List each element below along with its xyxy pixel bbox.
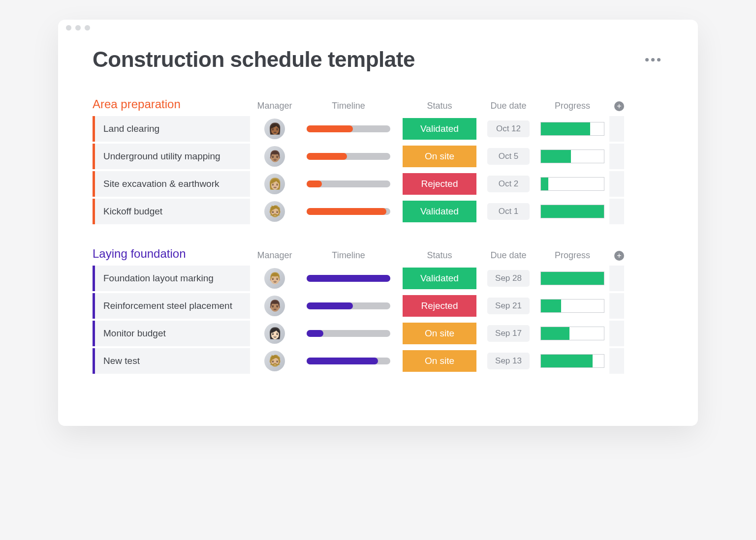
due-date-cell[interactable]: Oct 1 xyxy=(481,203,536,220)
due-date-chip[interactable]: Oct 12 xyxy=(487,120,530,137)
avatar[interactable]: 👩🏻 xyxy=(264,323,285,344)
timeline-bar[interactable] xyxy=(307,180,390,187)
avatar[interactable]: 👩🏼 xyxy=(264,174,285,194)
status-cell[interactable]: Rejected xyxy=(398,295,481,317)
status-cell[interactable]: Rejected xyxy=(398,173,481,195)
table-row[interactable]: Monitor budget👩🏻On siteSep 17 xyxy=(93,321,663,346)
progress-bar[interactable] xyxy=(540,177,604,191)
timeline-bar[interactable] xyxy=(307,153,390,160)
table-row[interactable]: Underground utility mapping👨🏽On siteOct … xyxy=(93,144,663,169)
status-badge[interactable]: On site xyxy=(403,323,476,344)
table-row[interactable]: Land clearing👩🏾ValidatedOct 12 xyxy=(93,116,663,142)
timeline-bar[interactable] xyxy=(307,330,390,337)
due-date-chip[interactable]: Oct 1 xyxy=(487,203,530,220)
manager-cell[interactable]: 👩🏼 xyxy=(250,174,299,194)
status-badge[interactable]: Validated xyxy=(403,268,476,289)
due-date-chip[interactable]: Oct 5 xyxy=(487,148,530,165)
column-header-progress[interactable]: Progress xyxy=(536,101,609,111)
column-header-timeline[interactable]: Timeline xyxy=(299,250,398,261)
timeline-cell[interactable] xyxy=(299,330,398,337)
add-column-button[interactable]: + xyxy=(614,251,624,261)
manager-cell[interactable]: 🧔🏼 xyxy=(250,351,299,371)
status-badge[interactable]: Validated xyxy=(403,201,476,222)
due-date-chip[interactable]: Sep 17 xyxy=(487,325,530,342)
progress-cell[interactable] xyxy=(536,327,609,340)
column-header-status[interactable]: Status xyxy=(398,250,481,261)
column-header-due[interactable]: Due date xyxy=(481,250,536,261)
add-column-button[interactable]: + xyxy=(614,101,624,111)
column-header-status[interactable]: Status xyxy=(398,101,481,111)
due-date-chip[interactable]: Oct 2 xyxy=(487,176,530,192)
timeline-cell[interactable] xyxy=(299,208,398,215)
column-header-due[interactable]: Due date xyxy=(481,101,536,111)
timeline-cell[interactable] xyxy=(299,125,398,132)
task-name-cell[interactable]: Reinforcement steel placement xyxy=(93,293,250,319)
timeline-cell[interactable] xyxy=(299,275,398,282)
timeline-cell[interactable] xyxy=(299,358,398,364)
status-cell[interactable]: On site xyxy=(398,323,481,344)
progress-bar[interactable] xyxy=(540,299,604,313)
status-badge[interactable]: On site xyxy=(403,146,476,167)
manager-cell[interactable]: 👩🏻 xyxy=(250,323,299,344)
task-name-cell[interactable]: Underground utility mapping xyxy=(93,144,250,169)
manager-cell[interactable]: 🧔🏼 xyxy=(250,201,299,222)
avatar[interactable]: 👩🏾 xyxy=(264,119,285,139)
timeline-bar[interactable] xyxy=(307,358,390,364)
due-date-cell[interactable]: Sep 13 xyxy=(481,353,536,369)
timeline-bar[interactable] xyxy=(307,275,390,282)
progress-bar[interactable] xyxy=(540,205,604,218)
more-options-button[interactable] xyxy=(642,55,663,64)
progress-cell[interactable] xyxy=(536,205,609,218)
column-header-manager[interactable]: Manager xyxy=(250,250,299,261)
table-row[interactable]: Foundation layout marking👨🏼ValidatedSep … xyxy=(93,266,663,291)
avatar[interactable]: 🧔🏼 xyxy=(264,351,285,371)
progress-cell[interactable] xyxy=(536,150,609,163)
table-row[interactable]: Kickoff budget🧔🏼ValidatedOct 1 xyxy=(93,199,663,224)
status-cell[interactable]: On site xyxy=(398,350,481,372)
due-date-chip[interactable]: Sep 13 xyxy=(487,353,530,369)
progress-bar[interactable] xyxy=(540,271,604,285)
manager-cell[interactable]: 👨🏼 xyxy=(250,268,299,289)
timeline-bar[interactable] xyxy=(307,302,390,309)
group-title[interactable]: Area preparation xyxy=(93,97,250,111)
window-minimize-dot[interactable] xyxy=(75,25,81,30)
group-title[interactable]: Laying foundation xyxy=(93,247,250,261)
due-date-cell[interactable]: Oct 2 xyxy=(481,176,536,192)
window-close-dot[interactable] xyxy=(66,25,71,30)
table-row[interactable]: Reinforcement steel placement👨🏽RejectedS… xyxy=(93,293,663,319)
task-name-cell[interactable]: Land clearing xyxy=(93,116,250,142)
due-date-cell[interactable]: Sep 28 xyxy=(481,270,536,287)
status-badge[interactable]: On site xyxy=(403,350,476,372)
task-name-cell[interactable]: Monitor budget xyxy=(93,321,250,346)
status-cell[interactable]: Validated xyxy=(398,118,481,140)
timeline-cell[interactable] xyxy=(299,153,398,160)
status-badge[interactable]: Rejected xyxy=(403,173,476,195)
column-header-timeline[interactable]: Timeline xyxy=(299,101,398,111)
due-date-chip[interactable]: Sep 28 xyxy=(487,270,530,287)
due-date-chip[interactable]: Sep 21 xyxy=(487,298,530,314)
manager-cell[interactable]: 👨🏽 xyxy=(250,296,299,316)
progress-cell[interactable] xyxy=(536,177,609,191)
due-date-cell[interactable]: Sep 17 xyxy=(481,325,536,342)
progress-cell[interactable] xyxy=(536,271,609,285)
table-row[interactable]: Site excavation & earthwork👩🏼RejectedOct… xyxy=(93,171,663,197)
manager-cell[interactable]: 👩🏾 xyxy=(250,119,299,139)
task-name-cell[interactable]: Foundation layout marking xyxy=(93,266,250,291)
status-cell[interactable]: On site xyxy=(398,146,481,167)
task-name-cell[interactable]: Kickoff budget xyxy=(93,199,250,224)
task-name-cell[interactable]: Site excavation & earthwork xyxy=(93,171,250,197)
column-header-manager[interactable]: Manager xyxy=(250,101,299,111)
task-name-cell[interactable]: New test xyxy=(93,348,250,374)
progress-bar[interactable] xyxy=(540,122,604,136)
avatar[interactable]: 👨🏽 xyxy=(264,296,285,316)
status-badge[interactable]: Validated xyxy=(403,118,476,140)
due-date-cell[interactable]: Sep 21 xyxy=(481,298,536,314)
timeline-cell[interactable] xyxy=(299,180,398,187)
table-row[interactable]: New test🧔🏼On siteSep 13 xyxy=(93,348,663,374)
due-date-cell[interactable]: Oct 12 xyxy=(481,120,536,137)
progress-bar[interactable] xyxy=(540,150,604,163)
progress-cell[interactable] xyxy=(536,299,609,313)
status-badge[interactable]: Rejected xyxy=(403,295,476,317)
status-cell[interactable]: Validated xyxy=(398,201,481,222)
manager-cell[interactable]: 👨🏽 xyxy=(250,146,299,167)
